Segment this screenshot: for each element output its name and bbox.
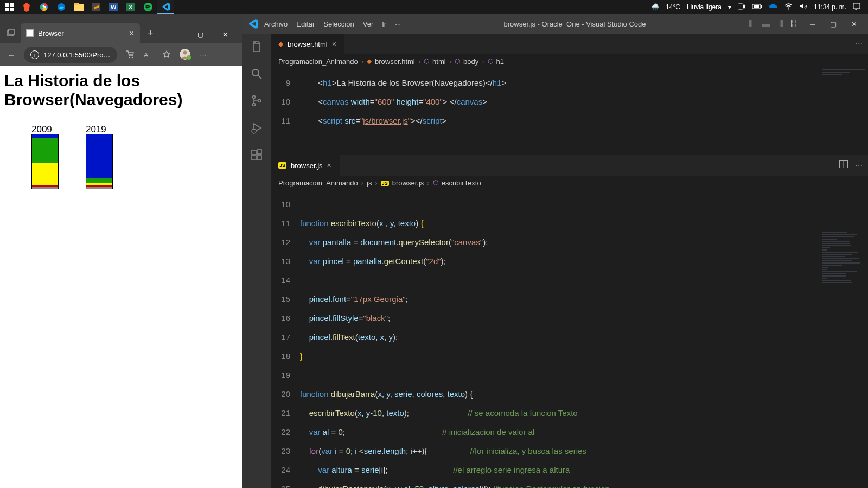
canvas-chart: 20092019: [4, 124, 238, 303]
svg-text:X: X: [129, 4, 133, 10]
minimize-button[interactable]: ─: [163, 26, 188, 43]
weather-temp: 14°C: [666, 3, 680, 11]
read-aloud-icon[interactable]: A⁺: [142, 51, 154, 59]
svg-point-24: [131, 56, 133, 58]
chevron-up-icon[interactable]: ▾: [728, 3, 731, 11]
menu-editar[interactable]: Editar: [296, 20, 315, 28]
bar-label: 2019: [86, 124, 106, 135]
close-icon[interactable]: ✕: [129, 29, 135, 37]
code-editor-top[interactable]: 9 <h1>La Historia de los Browser(Navegad…: [271, 68, 868, 155]
tray-time: 11:34 p. m.: [814, 3, 846, 11]
svg-rect-34: [788, 20, 792, 27]
browser-tab[interactable]: Browser ✕: [21, 23, 140, 43]
site-info-icon[interactable]: i: [30, 50, 39, 59]
maximize-button[interactable]: ▢: [188, 26, 213, 43]
sublime-icon[interactable]: [88, 0, 104, 14]
chrome-icon[interactable]: [36, 0, 52, 14]
start-button[interactable]: [1, 0, 17, 14]
panel-right-icon[interactable]: [775, 20, 783, 29]
tab-label: browser.html: [288, 40, 328, 48]
brave-icon[interactable]: [18, 0, 35, 14]
word-icon[interactable]: W: [105, 0, 122, 14]
close-button[interactable]: ✕: [213, 26, 238, 43]
search-icon[interactable]: [249, 66, 264, 81]
breadcrumb-segment[interactable]: js: [367, 179, 372, 187]
breadcrumb-bottom[interactable]: Programacion_Animando›js›JS browser.js›⬡…: [271, 176, 868, 190]
notifications-icon[interactable]: [853, 3, 860, 12]
svg-point-19: [788, 8, 789, 9]
battery-icon[interactable]: [752, 3, 762, 11]
svg-rect-29: [749, 20, 752, 27]
code-editor-bottom[interactable]: 10 11function escribirTexto(x , y, texto…: [271, 190, 868, 488]
svg-rect-31: [762, 24, 770, 27]
bar-segment-yellow: [32, 163, 58, 185]
source-control-icon[interactable]: [249, 93, 264, 108]
breadcrumb-segment[interactable]: escribirTexto: [442, 179, 481, 187]
svg-rect-2: [5, 8, 9, 11]
volume-icon[interactable]: [799, 3, 807, 11]
breadcrumb-segment[interactable]: browser.js: [392, 179, 424, 187]
menu-archivo[interactable]: Archivo: [264, 20, 288, 28]
panel-bottom-icon[interactable]: [762, 20, 770, 29]
menu-ir[interactable]: Ir: [382, 20, 386, 28]
breadcrumb-segment[interactable]: browser.html: [375, 57, 415, 66]
breadcrumb-top[interactable]: Programacion_Animando›◆ browser.html›⬡ h…: [271, 54, 868, 68]
html-file-icon: ◆: [278, 40, 283, 48]
close-button[interactable]: ✕: [845, 20, 863, 28]
vscode-taskbar-icon[interactable]: [157, 0, 174, 14]
bar-segment-green: [86, 178, 112, 183]
breadcrumb-segment[interactable]: Programacion_Animando: [278, 57, 358, 66]
breadcrumb-segment[interactable]: html: [432, 57, 446, 66]
vscode-menu: ArchivoEditarSelecciónVerIr···: [264, 20, 401, 28]
tabstrip-top: ◆ browser.html × ···: [271, 34, 868, 54]
menu-selección[interactable]: Selección: [323, 20, 354, 28]
close-icon[interactable]: ×: [327, 161, 331, 170]
address-bar[interactable]: i 127.0.0.1:5500/Pro…: [24, 47, 117, 63]
layout-customize-icon[interactable]: [788, 20, 796, 29]
svg-rect-22: [9, 29, 14, 35]
back-button[interactable]: ←: [5, 50, 17, 60]
run-debug-icon[interactable]: [249, 120, 264, 136]
meet-now-icon[interactable]: [738, 3, 746, 11]
svg-point-26: [183, 50, 187, 54]
tab-browser-html[interactable]: ◆ browser.html ×: [271, 34, 344, 54]
spotify-icon[interactable]: [140, 0, 156, 14]
breadcrumb-segment[interactable]: body: [463, 57, 478, 66]
svg-point-39: [253, 96, 256, 99]
shopping-icon[interactable]: [124, 50, 136, 60]
split-editor-icon[interactable]: [839, 160, 848, 170]
extensions-icon[interactable]: [249, 147, 264, 163]
onedrive-icon[interactable]: [769, 3, 778, 11]
tab-browser-js[interactable]: JS browser.js ×: [271, 155, 340, 176]
layout-controls: [749, 20, 796, 29]
explorer-icon[interactable]: [249, 39, 264, 54]
menu-ver[interactable]: Ver: [363, 20, 374, 28]
panel-left-icon[interactable]: [749, 20, 757, 29]
bar-label: 2009: [31, 124, 52, 135]
edge-icon[interactable]: [53, 0, 69, 14]
breadcrumb-segment[interactable]: Programacion_Animando: [278, 179, 358, 187]
excel-icon[interactable]: X: [123, 0, 139, 14]
more-icon[interactable]: ···: [856, 160, 863, 170]
svg-rect-17: [761, 5, 762, 8]
minimize-button[interactable]: ─: [804, 20, 821, 28]
menu-···[interactable]: ···: [395, 20, 401, 28]
more-icon[interactable]: ···: [197, 50, 209, 60]
breadcrumb-segment[interactable]: h1: [496, 57, 504, 66]
url-text: 127.0.0.1:5500/Pro…: [43, 51, 111, 59]
browser-window: Browser ✕ + ─ ▢ ✕ ← i 127.0.0.1:5500/Pro…: [0, 14, 242, 488]
close-icon[interactable]: ×: [332, 40, 336, 48]
more-icon[interactable]: ···: [856, 39, 863, 49]
vscode-window-controls: ─ ▢ ✕: [804, 20, 863, 28]
wifi-icon[interactable]: [784, 3, 793, 11]
svg-rect-46: [257, 150, 261, 154]
favorite-icon[interactable]: [161, 50, 173, 60]
profile-icon[interactable]: [179, 48, 191, 62]
new-tab-button[interactable]: +: [143, 28, 158, 39]
minimap[interactable]: [819, 68, 868, 155]
maximize-button[interactable]: ▢: [825, 20, 842, 28]
explorer-icon[interactable]: [71, 0, 87, 14]
vscode-titlebar: ArchivoEditarSelecciónVerIr··· browser.j…: [242, 14, 868, 34]
tab-actions-icon[interactable]: [4, 27, 17, 40]
minimap[interactable]: [819, 190, 868, 488]
